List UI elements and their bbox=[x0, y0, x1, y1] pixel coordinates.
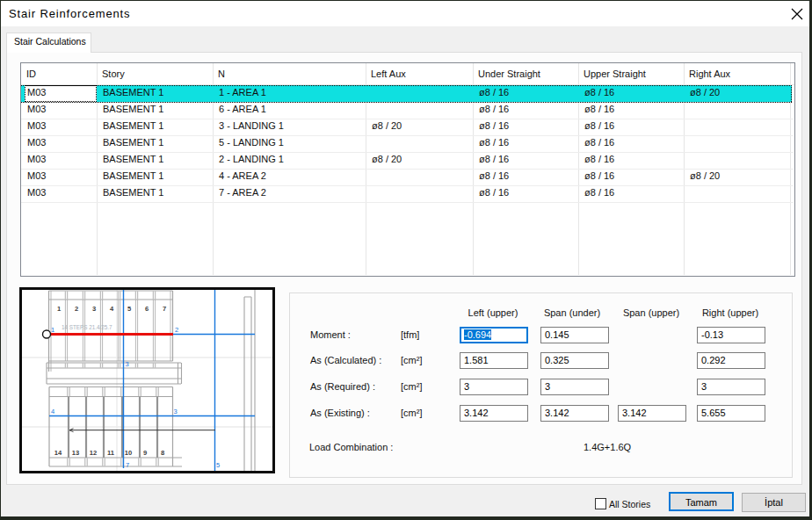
svg-text:3: 3 bbox=[126, 360, 129, 368]
svg-text:2: 2 bbox=[175, 326, 178, 334]
svg-text:7: 7 bbox=[163, 305, 166, 313]
svg-text:7: 7 bbox=[126, 461, 129, 469]
svg-text:8: 8 bbox=[161, 449, 164, 457]
svg-text:13: 13 bbox=[72, 449, 79, 457]
svg-text:2: 2 bbox=[75, 305, 78, 313]
svg-text:3: 3 bbox=[92, 305, 96, 313]
svg-text:5: 5 bbox=[127, 305, 132, 313]
svg-text:14: 14 bbox=[54, 449, 62, 457]
svg-text:4: 4 bbox=[51, 408, 54, 415]
svg-text:14 STEPS 21.4/25.7: 14 STEPS 21.4/25.7 bbox=[62, 324, 112, 330]
svg-text:12: 12 bbox=[90, 449, 97, 457]
svg-text:1: 1 bbox=[57, 305, 62, 313]
svg-text:3: 3 bbox=[174, 408, 178, 415]
svg-text:6: 6 bbox=[145, 305, 149, 313]
svg-text:11: 11 bbox=[107, 449, 115, 457]
svg-text:9: 9 bbox=[143, 449, 147, 457]
svg-text:5: 5 bbox=[216, 461, 220, 469]
svg-text:4: 4 bbox=[110, 305, 114, 313]
svg-text:10: 10 bbox=[125, 449, 132, 457]
svg-text:1: 1 bbox=[51, 326, 54, 334]
